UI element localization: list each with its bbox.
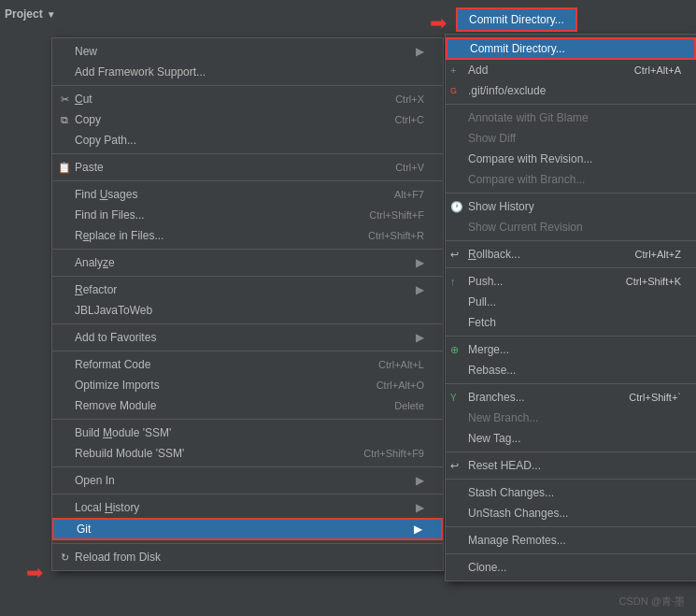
menu-item-find-in-files[interactable]: Find in Files... Ctrl+Shift+F: [52, 205, 443, 225]
project-toolbar: Project ▼: [5, 7, 56, 21]
arrow-annotation-top: ➡: [430, 11, 447, 36]
separator: [446, 336, 696, 337]
submenu-branches[interactable]: Y Branches... Ctrl+Shift+`: [446, 387, 696, 408]
submenu-unstash[interactable]: UnStash Changes...: [446, 503, 696, 523]
submenu-clone[interactable]: Clone...: [446, 557, 696, 578]
submenu-arrow: ▶: [416, 283, 424, 296]
menu-item-refactor[interactable]: Refactor ▶: [52, 279, 443, 300]
dropdown-icon[interactable]: ▼: [47, 9, 56, 20]
separator: [52, 543, 443, 544]
rollback-icon: ↩: [450, 249, 459, 261]
copy-icon: ⧉: [57, 114, 72, 126]
cut-icon: ✂: [57, 93, 72, 106]
context-menu: New ▶ Add Framework Support... ✂ Cut Ctr…: [51, 37, 444, 571]
separator: [52, 276, 443, 277]
project-title: Project: [5, 7, 43, 21]
submenu-rebase[interactable]: Rebase...: [446, 360, 696, 380]
menu-item-cut[interactable]: ✂ Cut Ctrl+X: [52, 89, 443, 109]
arrow-annotation-bottom: ➡: [26, 561, 43, 585]
menu-item-reload-from-disk[interactable]: ↻ Reload from Disk: [52, 547, 443, 567]
submenu-new-branch: New Branch...: [446, 408, 696, 428]
separator: [446, 526, 696, 527]
submenu-commit-directory[interactable]: Commit Directory...: [446, 37, 696, 60]
submenu-show-diff: Show Diff: [446, 128, 696, 149]
submenu-arrow: ▶: [416, 331, 424, 344]
submenu-arrow: ▶: [414, 523, 422, 536]
submenu-merge[interactable]: ⊕ Merge...: [446, 339, 696, 360]
menu-item-optimize-imports[interactable]: Optimize Imports Ctrl+Alt+O: [52, 375, 443, 395]
git-icon: G: [450, 86, 457, 95]
separator: [52, 419, 443, 420]
submenu-pull[interactable]: Pull...: [446, 292, 696, 312]
add-icon: +: [450, 64, 456, 76]
separator: [446, 553, 696, 554]
menu-item-open-in[interactable]: Open In ▶: [52, 470, 443, 491]
submenu-fetch[interactable]: Fetch: [446, 312, 696, 333]
separator: [52, 153, 443, 154]
submenu-gitinfo-exclude[interactable]: G .git/info/exclude: [446, 80, 696, 101]
submenu-compare-branch: Compare with Branch...: [446, 169, 696, 190]
separator: [52, 494, 443, 494]
menu-item-new[interactable]: New ▶: [52, 41, 443, 62]
separator: [446, 193, 696, 193]
submenu-arrow: ▶: [416, 474, 424, 487]
menu-item-analyze[interactable]: Analyze ▶: [52, 252, 443, 273]
reset-icon: ↩: [450, 460, 459, 472]
reload-icon: ↻: [57, 552, 72, 564]
separator: [446, 383, 696, 384]
menu-item-add-favorites[interactable]: Add to Favorites ▶: [52, 327, 443, 348]
submenu-arrow: ▶: [416, 501, 424, 514]
submenu-manage-remotes[interactable]: Manage Remotes...: [446, 530, 696, 551]
submenu-stash[interactable]: Stash Changes...: [446, 482, 696, 503]
submenu-show-history[interactable]: 🕐 Show History: [446, 196, 696, 217]
branches-icon: Y: [450, 393, 457, 403]
commit-directory-button[interactable]: Commit Directory...: [456, 7, 577, 32]
menu-item-copy[interactable]: ⧉ Copy Ctrl+C: [52, 109, 443, 130]
separator: [52, 249, 443, 250]
menu-item-paste[interactable]: 📋 Paste Ctrl+V: [52, 157, 443, 178]
submenu-compare-revision[interactable]: Compare with Revision...: [446, 149, 696, 169]
separator: [446, 104, 696, 105]
menu-item-copy-path[interactable]: Copy Path...: [52, 130, 443, 150]
menu-item-local-history[interactable]: Local History ▶: [52, 497, 443, 518]
menu-item-add-framework[interactable]: Add Framework Support...: [52, 62, 443, 82]
push-icon: ↑: [450, 276, 456, 287]
separator: [52, 85, 443, 86]
separator: [52, 180, 443, 181]
paste-icon: 📋: [57, 162, 72, 174]
submenu-add[interactable]: + Add Ctrl+Alt+A: [446, 60, 696, 80]
submenu-annotate: Annotate with Git Blame: [446, 107, 696, 128]
separator: [446, 451, 696, 452]
merge-icon: ⊕: [450, 344, 459, 356]
submenu-reset-head[interactable]: ↩ Reset HEAD...: [446, 455, 696, 476]
menu-item-reformat[interactable]: Reformat Code Ctrl+Alt+L: [52, 354, 443, 375]
menu-item-jbl[interactable]: JBLJavaToWeb: [52, 300, 443, 321]
separator: [446, 479, 696, 480]
menu-item-git[interactable]: Git ▶ Commit Directory... + Add Ctrl+Alt…: [52, 518, 443, 540]
menu-item-find-usages[interactable]: Find Usages Alt+F7: [52, 184, 443, 205]
clock-icon: 🕐: [450, 201, 463, 213]
submenu-push[interactable]: ↑ Push... Ctrl+Shift+K: [446, 271, 696, 292]
submenu-arrow: ▶: [416, 45, 424, 58]
separator: [52, 351, 443, 351]
watermark: CSDN @青·墨: [619, 595, 685, 609]
menu-item-replace-in-files[interactable]: Replace in Files... Ctrl+Shift+R: [52, 225, 443, 246]
separator: [446, 240, 696, 241]
separator: [52, 466, 443, 467]
submenu-arrow: ▶: [416, 256, 424, 269]
git-submenu: Commit Directory... + Add Ctrl+Alt+A G .…: [445, 34, 696, 581]
separator: [52, 323, 443, 324]
submenu-rollback[interactable]: ↩ Rollback... Ctrl+Alt+Z: [446, 244, 696, 265]
menu-item-remove-module[interactable]: Remove Module Delete: [52, 395, 443, 416]
submenu-new-tag[interactable]: New Tag...: [446, 428, 696, 449]
separator: [446, 267, 696, 268]
menu-item-rebuild-module[interactable]: Rebuild Module 'SSM' Ctrl+Shift+F9: [52, 443, 443, 464]
submenu-show-current-revision: Show Current Revision: [446, 217, 696, 237]
menu-item-build-module[interactable]: Build Module 'SSM': [52, 423, 443, 443]
